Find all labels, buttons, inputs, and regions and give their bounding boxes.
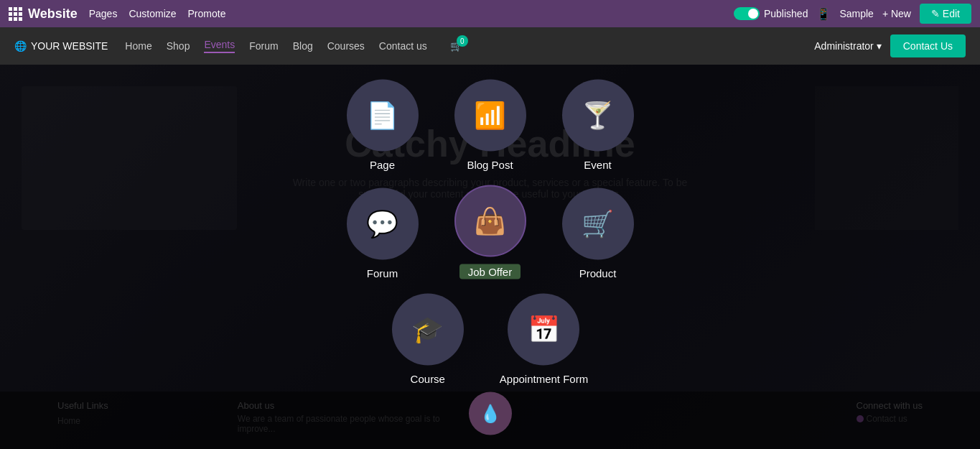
nav-shop[interactable]: Shop [167, 40, 190, 52]
forum-item[interactable]: 💬 Forum [347, 188, 419, 279]
sample-button[interactable]: Sample [839, 8, 873, 19]
page-icon: 📄 [366, 100, 398, 130]
course-icon: 🎓 [411, 314, 444, 344]
event-icon-circle[interactable]: 🍸 [562, 79, 634, 151]
forum-icon: 💬 [366, 208, 398, 239]
site-name: YOUR WEBSITE [31, 40, 108, 52]
course-item[interactable]: 🎓 Course [392, 293, 464, 384]
bottom-decorative-icon: 💧 [469, 392, 512, 435]
forum-label: Forum [367, 267, 398, 279]
nav-events[interactable]: Events [204, 39, 235, 53]
nav-courses[interactable]: Courses [327, 40, 365, 52]
site-nav: 🌐 YOUR WEBSITE Home Shop Events Forum Bl… [0, 27, 980, 65]
product-label: Product [579, 267, 617, 279]
published-toggle[interactable]: Published [734, 7, 808, 20]
top-nav-links: Pages Customize Promote [89, 8, 226, 19]
job-offer-icon: 👜 [474, 205, 506, 236]
grid-icon [9, 7, 22, 21]
page-label: Page [370, 158, 395, 170]
event-item[interactable]: 🍸 Event [562, 79, 634, 170]
calendar-icon: 📅 [528, 314, 560, 344]
toggle-switch-control[interactable] [734, 7, 760, 20]
app-logo: Website [9, 6, 78, 22]
appointment-form-item[interactable]: 📅 Appointment Form [500, 293, 588, 384]
modal-row-3: 🎓 Course 📅 Appointment Form [392, 293, 588, 384]
edit-button[interactable]: ✎ Edit [920, 4, 971, 24]
site-nav-links: Home Shop Events Forum Blog Courses Cont… [125, 39, 426, 53]
globe-icon: 🌐 [14, 40, 27, 52]
promote-link[interactable]: Promote [188, 8, 226, 19]
job-offer-label: Job Offer [459, 264, 521, 279]
appointment-form-icon-circle[interactable]: 📅 [508, 293, 579, 365]
course-label: Course [411, 372, 445, 384]
mobile-preview-icon[interactable]: 📱 [816, 7, 831, 21]
site-nav-right: Administrator ▾ Contact Us [814, 34, 966, 57]
site-logo: 🌐 YOUR WEBSITE [14, 40, 108, 52]
event-icon: 🍸 [582, 100, 614, 130]
app-title: Website [28, 6, 78, 22]
product-item[interactable]: 🛒 Product [562, 188, 634, 279]
nav-home[interactable]: Home [125, 40, 151, 52]
modal-row-2: 💬 Forum 👜 Job Offer 🛒 Product [347, 185, 634, 279]
forum-icon-circle[interactable]: 💬 [347, 188, 419, 259]
main-content: Catchy Headline Write one or two paragra… [0, 65, 980, 449]
event-label: Event [584, 158, 611, 170]
top-nav: Website Pages Customize Promote Publishe… [0, 0, 980, 27]
appointment-form-label: Appointment Form [500, 372, 588, 384]
product-icon-circle[interactable]: 🛒 [562, 188, 634, 259]
product-icon: 🛒 [582, 208, 614, 239]
job-offer-item[interactable]: 👜 Job Offer [454, 185, 526, 279]
top-nav-right: Published 📱 Sample + New ✎ Edit [734, 4, 971, 24]
customize-link[interactable]: Customize [129, 8, 176, 19]
nav-contact[interactable]: Contact us [379, 40, 427, 52]
blog-post-item[interactable]: 📶 Blog Post [454, 79, 526, 170]
admin-button[interactable]: Administrator ▾ [814, 40, 881, 52]
blog-post-icon-circle[interactable]: 📶 [454, 79, 526, 151]
page-icon-circle[interactable]: 📄 [347, 79, 419, 151]
new-button[interactable]: + New [882, 8, 911, 19]
rss-icon: 📶 [474, 100, 506, 130]
page-item[interactable]: 📄 Page [347, 79, 419, 170]
job-offer-icon-circle[interactable]: 👜 [454, 185, 526, 256]
cart-badge: 0 [457, 35, 468, 47]
pages-link[interactable]: Pages [89, 8, 118, 19]
contact-us-button[interactable]: Contact Us [890, 34, 966, 57]
modal-row-1: 📄 Page 📶 Blog Post 🍸 Event [347, 79, 634, 170]
course-icon-circle[interactable]: 🎓 [392, 293, 464, 365]
admin-dropdown-icon: ▾ [877, 40, 882, 52]
blog-post-label: Blog Post [467, 158, 513, 170]
nav-forum[interactable]: Forum [249, 40, 278, 52]
new-content-modal: 📄 Page 📶 Blog Post 🍸 Event 💬 [347, 79, 634, 435]
drop-icon: 💧 [480, 403, 501, 423]
nav-blog[interactable]: Blog [293, 40, 313, 52]
admin-label: Administrator [814, 40, 873, 52]
published-label: Published [764, 8, 808, 19]
